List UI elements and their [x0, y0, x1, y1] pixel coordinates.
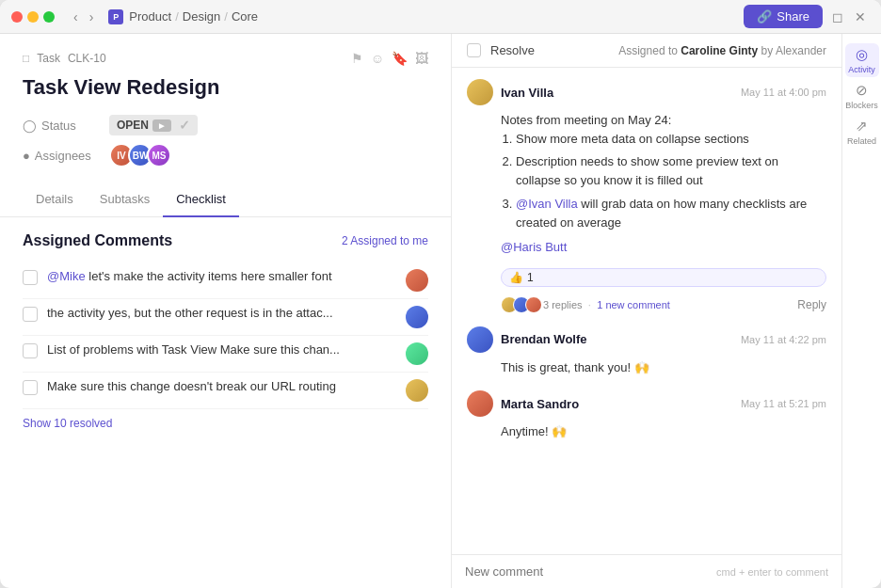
- chk-avatar-2: [406, 306, 428, 328]
- checklist-section: Assigned Comments 2 Assigned to me @Mike…: [0, 217, 451, 588]
- comment-author-2: Brendan Wolfe: [501, 332, 587, 346]
- status-label: Status: [41, 119, 76, 133]
- section-title: Assigned Comments: [23, 232, 172, 249]
- chk-avatar-1: [406, 269, 428, 292]
- checkbox-3[interactable]: [23, 343, 38, 358]
- share-icon: 🔗: [757, 9, 772, 24]
- activity-label: Activity: [848, 65, 875, 74]
- checklist-item: @Mike let's make the activity items here…: [23, 262, 428, 299]
- assignees-list[interactable]: IV BW MS: [109, 143, 166, 167]
- comment-avatar-1: [467, 79, 493, 105]
- checkbox-2[interactable]: [23, 307, 38, 322]
- comment-body-2: This is great, thank you! 🙌: [467, 358, 826, 377]
- chk-text-1: @Mike let's make the activity items here…: [47, 269, 396, 283]
- comment-item: Ivan Villa May 11 at 4:00 pm Notes from …: [467, 79, 826, 313]
- comment-time-2: May 11 at 4:22 pm: [741, 334, 826, 345]
- task-title: Task View Redesign: [23, 75, 428, 100]
- breadcrumb-core[interactable]: Core: [232, 9, 258, 24]
- resolve-checkbox[interactable]: [467, 43, 481, 57]
- check-icon: ✓: [179, 118, 190, 133]
- chk-text-2: the activity yes, but the other request …: [47, 306, 396, 320]
- related-label: Related: [847, 136, 876, 146]
- checkbox-1[interactable]: [23, 270, 38, 285]
- reply-avatar-c: [525, 296, 542, 313]
- input-hint: cmd + enter to comment: [716, 566, 828, 578]
- comment-avatar-3: [467, 390, 493, 417]
- product-icon: P: [108, 9, 123, 24]
- forward-button[interactable]: ›: [86, 8, 98, 26]
- comment-time-1: May 11 at 4:00 pm: [741, 87, 826, 98]
- tab-subtasks[interactable]: Subtasks: [87, 183, 163, 217]
- sidebar-icons: ◎ Activity ⊘ Blockers ⇗ Related: [841, 34, 881, 588]
- show-resolved-link[interactable]: Show 10 resolved: [23, 417, 112, 430]
- task-id: CLK-10: [68, 52, 106, 65]
- flag-icon[interactable]: ⚑: [351, 51, 363, 66]
- checklist-item: the activity yes, but the other request …: [23, 299, 428, 336]
- close-button[interactable]: ✕: [851, 8, 870, 26]
- tabs: Details Subtasks Checklist: [0, 183, 451, 217]
- breadcrumb-design[interactable]: Design: [183, 9, 220, 24]
- task-type-icon: □: [23, 52, 29, 65]
- back-button[interactable]: ‹: [70, 8, 82, 26]
- task-meta: □ Task CLK-10 ⚑ ☺ 🔖 🖼: [23, 51, 428, 66]
- assignees-row: ● Assignees IV BW MS: [23, 143, 428, 167]
- tab-details[interactable]: Details: [23, 183, 87, 217]
- sidebar-blockers-button[interactable]: ⊘ Blockers: [845, 79, 879, 113]
- comment-time-3: May 11 at 5:21 pm: [741, 398, 826, 409]
- comment-body-3: Anytime! 🙌: [467, 422, 826, 441]
- chk-avatar-3: [406, 342, 428, 365]
- activity-icon: ◎: [856, 46, 868, 63]
- breadcrumb: P Product / Design / Core: [108, 9, 258, 24]
- comment-footer-1: 3 replies · 1 new comment Reply: [467, 296, 826, 313]
- checkbox-4[interactable]: [23, 380, 38, 395]
- blockers-icon: ⊘: [856, 82, 868, 99]
- comments-list: Ivan Villa May 11 at 4:00 pm Notes from …: [452, 68, 841, 554]
- resolve-label[interactable]: Resolve: [490, 43, 535, 57]
- checklist-item: List of problems with Task View Make sur…: [23, 336, 428, 373]
- resolve-assigned: Assigned to Caroline Ginty by Alexander: [618, 44, 826, 57]
- avatar-3: MS: [147, 143, 171, 167]
- status-arrow: ►: [152, 119, 171, 132]
- comment-input[interactable]: [465, 564, 709, 579]
- comment-author-3: Marta Sandro: [501, 397, 579, 411]
- task-type-label: Task: [37, 52, 60, 65]
- assignees-label: Assignees: [35, 149, 91, 163]
- assignees-icon: ●: [23, 149, 30, 163]
- chk-text-4: Make sure this change doesn't break our …: [47, 379, 396, 393]
- tag-icon[interactable]: 🔖: [392, 51, 408, 66]
- share-button[interactable]: 🔗 Share: [744, 5, 823, 28]
- resolve-bar: Resolve Assigned to Caroline Ginty by Al…: [452, 34, 841, 68]
- minimize-button[interactable]: ◻: [828, 8, 847, 26]
- comment-body-1: Notes from meeting on May 24: Show more …: [467, 111, 826, 257]
- comment-item: Brendan Wolfe May 11 at 4:22 pm This is …: [467, 326, 826, 377]
- comment-input-bar: cmd + enter to comment: [452, 554, 841, 588]
- chk-text-3: List of problems with Task View Make sur…: [47, 342, 396, 357]
- comment-author-1: Ivan Villa: [501, 86, 553, 100]
- emoji-icon[interactable]: ☺: [371, 51, 384, 66]
- chk-avatar-4: [406, 379, 428, 402]
- replies-count[interactable]: 3 replies: [543, 299, 583, 310]
- breadcrumb-product[interactable]: Product: [129, 9, 171, 24]
- reply-button-1[interactable]: Reply: [797, 298, 826, 311]
- mention-haris[interactable]: @Haris Butt: [501, 240, 567, 254]
- image-icon[interactable]: 🖼: [415, 51, 428, 66]
- status-row: ◯ Status OPEN ► ✓: [23, 115, 428, 135]
- new-comment-badge[interactable]: 1 new comment: [597, 299, 670, 310]
- sidebar-activity-button[interactable]: ◎ Activity: [845, 43, 879, 77]
- blockers-label: Blockers: [845, 101, 878, 110]
- comment-item: Marta Sandro May 11 at 5:21 pm Anytime! …: [467, 390, 826, 441]
- sidebar-related-button[interactable]: ⇗ Related: [845, 115, 879, 149]
- related-icon: ⇗: [856, 118, 868, 135]
- checklist-item: Make sure this change doesn't break our …: [23, 373, 428, 409]
- status-badge[interactable]: OPEN ► ✓: [109, 115, 198, 135]
- comment-avatar-2: [467, 326, 493, 353]
- tab-checklist[interactable]: Checklist: [163, 183, 239, 217]
- status-icon: ◯: [23, 119, 37, 133]
- emoji-reaction-1[interactable]: 👍 1: [501, 268, 826, 287]
- assigned-badge[interactable]: 2 Assigned to me: [342, 234, 428, 247]
